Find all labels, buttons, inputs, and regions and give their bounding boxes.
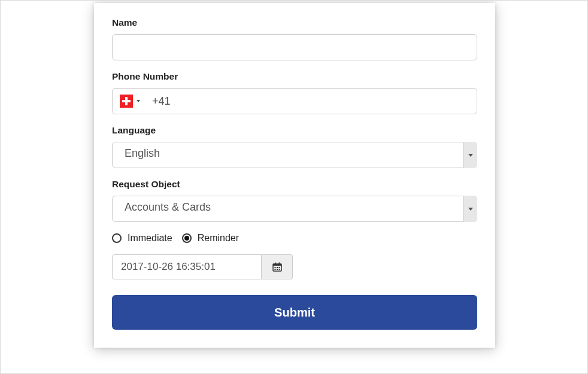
phone-label: Phone Number [112,71,477,82]
country-flag-select[interactable] [113,89,146,114]
reminder-radio[interactable] [182,233,192,243]
immediate-radio-label: Immediate [128,233,172,244]
svg-rect-1 [273,264,281,266]
immediate-radio[interactable] [112,233,122,243]
request-object-group: Request Object Accounts & Cards [112,179,477,222]
form-card: Name Phone Number Language English Reque… [94,3,495,348]
phone-group: Phone Number [112,71,477,114]
language-select[interactable]: English [112,142,477,168]
reminder-radio-label: Reminder [198,233,239,244]
svg-rect-7 [274,269,275,270]
svg-rect-4 [274,267,275,268]
request-object-label: Request Object [112,179,477,190]
svg-rect-6 [278,267,280,268]
submit-button[interactable]: Submit [112,295,477,330]
phone-container [112,88,477,114]
calendar-icon [272,262,282,272]
request-object-select[interactable]: Accounts & Cards [112,196,477,222]
calendar-button[interactable] [262,254,293,279]
datetime-row [112,254,477,279]
request-object-select-wrap: Accounts & Cards [112,196,477,222]
datetime-input[interactable] [112,254,262,279]
phone-input[interactable] [146,89,477,114]
language-label: Language [112,125,477,136]
name-label: Name [112,17,477,28]
chevron-down-icon [137,100,140,102]
svg-rect-8 [277,269,278,270]
name-input[interactable] [112,34,477,60]
svg-rect-3 [278,263,280,265]
svg-rect-2 [275,263,276,265]
timing-radio-row: Immediate Reminder [112,233,477,244]
svg-rect-5 [277,267,278,268]
language-select-wrap: English [112,142,477,168]
svg-rect-9 [278,269,280,270]
switzerland-flag-icon [120,95,133,108]
language-group: Language English [112,125,477,168]
name-group: Name [112,17,477,60]
